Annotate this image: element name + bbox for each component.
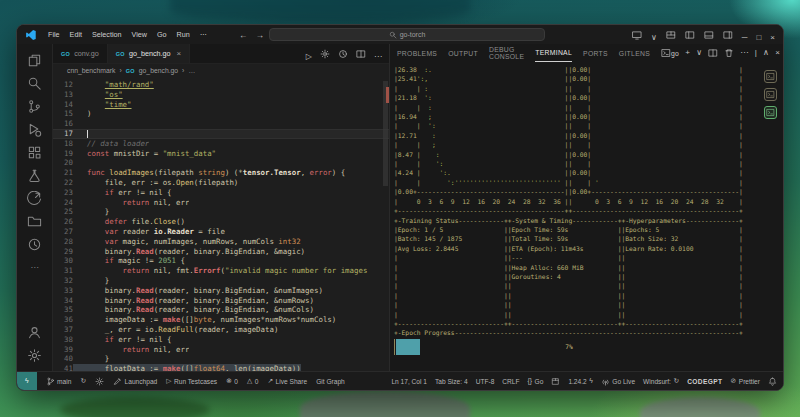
run-settings[interactable] [320,45,330,63]
tab-go_bench.go[interactable]: GOgo_bench.go× [108,44,190,63]
code-line[interactable]: 24 return nil, err [53,198,389,208]
terminal-session-icon[interactable] [764,88,777,101]
sidebar-item-explorer[interactable] [17,49,52,72]
timeline-view[interactable] [338,45,348,63]
code-line[interactable]: 22 file, err := os.Open(filepath) [53,178,389,188]
status-live-share[interactable]: ↗Live Share [267,378,307,385]
code-line[interactable]: 21func loadImages(filepath string) (*ten… [53,168,389,178]
panel-tab-ports[interactable]: PORTS [583,44,608,62]
launch-profile-dropdown[interactable]: ∨ [696,49,702,57]
code-line[interactable]: 38 if err != nil { [53,335,389,345]
status-codegpt[interactable]: CODEGPT [687,378,722,385]
menu-view[interactable]: View [127,30,152,39]
status-git-branch[interactable]: main [46,377,72,386]
back-icon[interactable]: ← [239,30,248,40]
code-line[interactable]: 29 binary.Read(reader, binary.BigEndian,… [53,247,389,257]
remote-dropdown[interactable]: ∨ [651,26,657,44]
code-line[interactable]: 30 if magic != 2051 { [53,256,389,266]
code-line[interactable]: 36 imageData := make([]byte, numImages*n… [53,315,389,325]
code-line[interactable]: 25 } [53,207,389,217]
status-prettier[interactable]: ⊘Prettier [731,378,760,385]
status-problems-errors[interactable]: ⊗0 [226,378,238,385]
close-window[interactable]: × [770,26,775,44]
more-editor-actions[interactable]: ⋯ [374,45,382,63]
code-line[interactable]: 41 floatData := make([]float64, len(imag… [53,364,389,371]
code-line[interactable]: 26 defer file.Close() [53,217,389,227]
run-file[interactable]: ▷ [306,45,312,63]
status-windsurf[interactable]: Windsurf:↻ [643,378,679,385]
code-line[interactable]: 15) [53,109,389,119]
breadcrumb-item[interactable]: cnn_benchmark [67,67,115,74]
code-line[interactable]: 13 "os" [53,90,389,100]
code-line[interactable]: 28 var magic, numImages, numRows, numCol… [53,237,389,247]
close-panel[interactable]: × [775,49,780,57]
status-eol-sequence[interactable]: CRLF [502,378,519,385]
sidebar-item-source-control[interactable] [17,95,52,118]
menu-go[interactable]: Go [152,30,172,39]
status-remote-indicator[interactable]: ϟ [17,372,37,391]
panel-tab-gitlens[interactable]: GITLENS [619,44,650,62]
more-terminal-actions[interactable]: ⋯ [740,49,748,57]
code-line[interactable]: 37 _, err = io.ReadFull(reader, imageDat… [53,325,389,335]
code-line[interactable]: 32 } [53,276,389,286]
sidebar-item-testing[interactable] [17,164,52,187]
command-center-search[interactable]: go-torch [269,28,545,41]
panel-tab-output[interactable]: OUTPUT [448,44,478,62]
sidebar-item-timeline[interactable] [17,233,52,256]
menu-[interactable]: ⋯ [195,30,212,39]
status-language-mode[interactable]: {}Go [528,378,544,385]
toggle-secondary-sidebar[interactable] [723,26,733,44]
maximize-panel[interactable]: ∧ [763,49,769,57]
split-terminal[interactable] [708,48,718,59]
close-tab-icon[interactable]: × [177,49,182,58]
code-line[interactable]: 23 if err != nil { [53,188,389,198]
sidebar-item-accounts[interactable] [17,321,52,344]
code-line[interactable]: 34 binary.Read(reader, binary.BigEndian,… [53,296,389,306]
sidebar-item-additional-views[interactable]: ⋯ [17,256,52,279]
code-line[interactable]: 18// data loader [53,139,389,149]
minimize-window[interactable]: ─ [742,26,748,44]
status-go-live[interactable]: Go Live [601,377,635,386]
kill-terminal[interactable] [724,48,734,59]
status-go-version[interactable]: 1.24.2ϟ [568,378,592,385]
panel-tab-terminal[interactable]: TERMINAL [535,44,572,62]
split-editor[interactable] [356,45,366,63]
terminal-picker[interactable]: go [661,48,679,58]
maximize-window[interactable]: □ [756,26,761,44]
sidebar-item-search[interactable] [17,72,52,95]
forward-icon[interactable]: → [256,30,265,40]
panel-tab-problems[interactable]: PROBLEMS [397,44,437,62]
code-line[interactable]: 12 "math/rand" [53,80,389,90]
sidebar-item-remote-explorer[interactable] [17,210,52,233]
status-run-testcases[interactable]: ▷Run Testcases [166,378,217,385]
status-sync-changes[interactable]: ↻ [80,378,86,385]
breadcrumb-item[interactable]: … [188,67,195,74]
code-line[interactable]: 33 binary.Read(reader, binary.BigEndian,… [53,286,389,296]
status-git-graph[interactable]: Git Graph [316,378,345,385]
code-line[interactable]: 17 [53,129,389,139]
menu-edit[interactable]: Edit [65,30,87,39]
status-launchpad[interactable]: Launchpad [113,377,157,386]
terminal-session-icon[interactable] [764,70,777,83]
new-terminal[interactable]: + [685,49,690,57]
status-package-status[interactable] [551,377,560,386]
toggle-primary-sidebar[interactable] [685,26,695,44]
status-notifications[interactable] [768,377,777,386]
tab-conv.go[interactable]: GOconv.go [53,44,108,63]
breadcrumb[interactable]: cnn_benchmark›GOgo_bench.go›… [53,64,389,77]
sidebar-item-extensions[interactable] [17,141,52,164]
code-line[interactable]: 35 binary.Read(reader, binary.BigEndian,… [53,305,389,315]
code-line[interactable]: 19const mnistDir = "mnist_data" [53,149,389,159]
code-line[interactable]: 16 [53,119,389,129]
status-go-tools[interactable] [95,377,104,386]
panel-tab-debug-console[interactable]: DEBUG CONSOLE [489,44,524,62]
breadcrumb-item[interactable]: go_bench.go [139,67,178,74]
menu-run[interactable]: Run [172,30,195,39]
code-line[interactable]: 40 } [53,354,389,364]
code-line[interactable]: 20 [53,158,389,168]
menu-selection[interactable]: Selection [87,30,127,39]
customize-layout[interactable] [666,26,676,44]
toggle-panel[interactable] [704,26,714,44]
status-indentation[interactable]: Tab Size: 4 [435,378,468,385]
open-remote-window[interactable] [632,26,642,44]
